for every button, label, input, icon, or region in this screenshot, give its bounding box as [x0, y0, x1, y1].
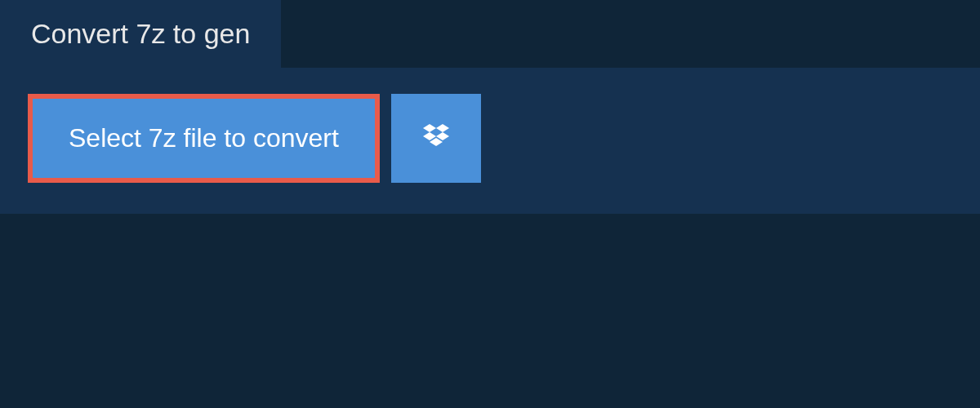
- dropbox-button[interactable]: [391, 94, 481, 183]
- svg-marker-4: [430, 138, 443, 146]
- dropbox-icon: [420, 121, 452, 156]
- select-file-highlight: Select 7z file to convert: [28, 94, 380, 183]
- button-row: Select 7z file to convert: [28, 94, 952, 183]
- svg-marker-3: [436, 132, 449, 140]
- page-title: Convert 7z to gen: [0, 0, 281, 68]
- svg-marker-2: [423, 132, 436, 140]
- svg-marker-1: [436, 124, 449, 132]
- svg-marker-0: [423, 124, 436, 132]
- select-file-button[interactable]: Select 7z file to convert: [33, 99, 375, 178]
- upload-panel: Select 7z file to convert: [0, 68, 980, 214]
- lower-spacer: [0, 214, 980, 377]
